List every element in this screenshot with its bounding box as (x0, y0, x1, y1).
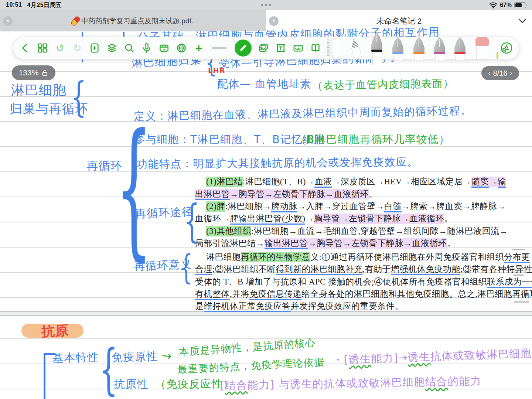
ruler-strip[interactable] (327, 40, 331, 57)
brace: { (116, 107, 152, 270)
hw-ligand: 配体— 血管地址素 (217, 77, 311, 92)
page-number: 8/16 (493, 69, 508, 78)
app-window: 10:51 4月25日周五 67% × 中药药剂学复习重点及期末试题.pdf. … (0, 0, 532, 399)
zoom-level-badge[interactable]: 133% (12, 65, 55, 80)
battery-percent: 67% (500, 2, 512, 8)
web-globe-button[interactable] (176, 42, 187, 54)
pen-purple[interactable] (433, 37, 446, 60)
printed-route-line: (2)脾:淋巴细胞→脾动脉→入脾→穿过血管壁→白髓→脾索→脾血窦→脾静脉→ (206, 201, 506, 212)
close-tab-icon[interactable]: × (269, 16, 279, 26)
add-page-button[interactable] (89, 42, 100, 54)
photo-button[interactable] (258, 42, 269, 54)
status-bar: 10:51 4月25日周五 67% (0, 0, 532, 10)
printed-meaning-line: 有机整体,并将免疫信息传递给全身各处的淋巴细胞和其他免疫细胞。总之,淋巴细胞再循… (195, 288, 532, 300)
pen-red[interactable] (454, 37, 466, 60)
unlock-icon (41, 69, 48, 76)
hw-antigenicity: 抗原性 (114, 377, 149, 392)
page-indicator[interactable]: ‹ 8/16 › (481, 66, 519, 80)
battery-icon (514, 2, 526, 8)
hw-lhr: LHR (208, 66, 225, 75)
printed-meaning-line: 受体的 T、B 增加了与抗原和 APC 接触的机会;④使机体所有免疫器官和组织联… (195, 276, 532, 287)
hw-basic-label: 基本特性 (52, 349, 99, 366)
hw-arrow: → (161, 348, 173, 364)
pen-blue[interactable] (392, 37, 404, 60)
microphone-button[interactable] (141, 42, 152, 54)
hw-immunogenicity: 免疫原性 (111, 349, 158, 365)
hw-cells-note: （B淋巴细胞再循环几率较低） (296, 132, 450, 147)
hw-recirculation-label: 再循环 (86, 158, 123, 174)
search-icon[interactable] (124, 42, 135, 54)
printed-route-line: 血循环→脾输出淋巴管(少数)→胸导管→左锁骨下静脉→血液循环。 (195, 213, 453, 224)
tool-slot[interactable] (332, 38, 339, 58)
hw-topic-1: 淋巴细胞 (11, 81, 66, 99)
brace: { (71, 76, 86, 118)
reader-book-button[interactable] (310, 42, 321, 54)
undo-button[interactable]: ↺ (54, 42, 65, 54)
tab-pdf-title: 中药药剂学复习重点及期末试题.pdf. (73, 16, 193, 26)
pen-orange[interactable] (413, 37, 425, 60)
status-time-date: 10:51 4月25日周五 (6, 1, 62, 9)
status-indicators: 67% (489, 2, 526, 8)
printed-meaning-line: 是维持机体正常免疫应答并发挥免疫效应的重要条件。 (195, 300, 403, 312)
zoom-value: 133% (19, 68, 39, 77)
keyboard-button[interactable] (293, 42, 304, 54)
add-button[interactable]: + (193, 42, 204, 54)
hw-feature: 功能特点：明显扩大其接触抗原的机会或发挥免疫效应。 (137, 155, 419, 172)
eraser-tool[interactable] (475, 37, 489, 59)
page-prev-icon[interactable]: ‹ (488, 69, 491, 77)
hatched-pencil-tool[interactable] (349, 37, 362, 60)
printed-route-line: (1)淋巴结:淋巴细胞(T、B)→血液→深皮质区→HEV→相应区域定居→髓窦→输 (206, 176, 506, 187)
hw-ligand-note: （表达于血管内皮细胞表面） (312, 76, 454, 93)
multitask-dots-icon (261, 4, 271, 6)
toolbar: ↺ ↻ + (13, 37, 519, 59)
printed-route-line: (3)其他组织:淋巴细胞→血流→毛细血管,穿越管壁→组织间隙→随淋巴液回流→ (206, 225, 508, 237)
close-tab-icon[interactable]: × (3, 16, 13, 26)
stroke-width-handle[interactable] (212, 47, 227, 49)
hw-antigen-title: 抗原 (41, 321, 69, 341)
page-next-icon[interactable]: › (509, 69, 512, 77)
brace: { (180, 250, 193, 285)
pill-icon (70, 15, 81, 27)
pages-grid-button[interactable] (37, 42, 48, 54)
redo-button[interactable]: ↻ (72, 42, 83, 54)
media-button[interactable] (158, 42, 170, 54)
printed-meaning-line: 淋巴细胞再循环的生物学意义:①通过再循环使淋巴细胞在外周免疫器官和组织分布更 (206, 251, 530, 263)
back-button[interactable] (20, 42, 31, 54)
chevron-down-icon[interactable] (518, 18, 527, 24)
add-element-button[interactable] (500, 41, 513, 55)
layers-button[interactable] (106, 42, 117, 54)
printed-meaning-line: 合理;②淋巴组织不断得到新的淋巴细胞补充,有助于增强机体免疫功能;③带有各种特异… (195, 263, 532, 275)
printed-route-line: 出淋巴管→胸导管→左锁骨下静脉→血液循环。 (195, 188, 378, 200)
status-time: 10:51 (6, 1, 22, 9)
stray-mark (514, 301, 529, 303)
status-date: 4月25日周五 (27, 1, 62, 9)
text-box-button[interactable] (275, 42, 286, 54)
stray-mark (512, 249, 525, 250)
pen-tool-button[interactable] (235, 40, 252, 57)
printed-route-line: 局部引流淋巴结→输出淋巴管→胸导管→左锁骨下静脉→血液循环。 (195, 238, 456, 249)
pen-black-selected[interactable] (371, 32, 383, 65)
highlighter-tool[interactable] (497, 52, 498, 59)
wifi-icon (489, 2, 497, 8)
tab-note-title: 未命名笔记 2 (376, 16, 422, 26)
